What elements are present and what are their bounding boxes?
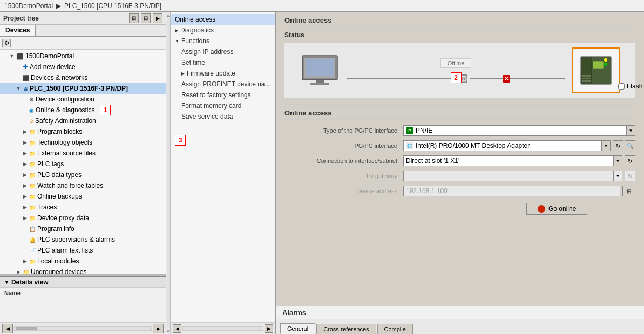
tech-objects-icon: 📁: [29, 140, 36, 146]
tree-item-tech-objects[interactable]: ▶ 📁 Technology objects: [0, 137, 166, 148]
pgpc-interface-icons: ↻ 🔍: [613, 140, 635, 151]
tree-toolbar-btn[interactable]: ⚙: [2, 39, 11, 47]
svg-rect-7: [464, 78, 465, 80]
online-access-label: Online access: [175, 16, 215, 23]
tree-item-traces[interactable]: ▶ 📁 Traces: [0, 202, 166, 213]
middle-scroll-right[interactable]: ▶: [265, 324, 273, 333]
tree-item-online-backups[interactable]: ▶ 📁 Online backups: [0, 191, 166, 202]
gateway-refresh-btn[interactable]: ↻: [625, 171, 635, 181]
tree-item-local-modules[interactable]: ▶ 📁 Local modules: [0, 256, 166, 267]
traces-icon: 📁: [29, 205, 36, 210]
menu-item-assign-profinet[interactable]: Assign PROFINET device na...: [171, 79, 275, 90]
svg-rect-10: [593, 61, 604, 69]
local-modules-label: Local modules: [37, 257, 79, 265]
tree-item-plc-tags[interactable]: ▶ 📁 PLC tags: [0, 159, 166, 169]
menu-item-reset-factory[interactable]: Reset to factory settings: [171, 90, 275, 100]
svg-rect-14: [582, 78, 591, 79]
pgpc-interface-refresh-btn[interactable]: ↻: [613, 140, 623, 151]
menu-item-diagnostics[interactable]: ▶ Diagnostics: [171, 25, 275, 36]
device-address-btn[interactable]: ⊞: [622, 186, 635, 196]
pgpc-type-label: Type of the PG/PC interface:: [284, 127, 403, 134]
tree-item-safety[interactable]: ⊙ Safety Administration: [0, 115, 166, 126]
ext-sources-icon: 📁: [29, 151, 36, 156]
project-path: 1500DemoPortal: [4, 2, 53, 10]
gateway-select[interactable]: [403, 171, 614, 181]
tree-item-watch-force[interactable]: ▶ 📁 Watch and force tables: [0, 180, 166, 191]
connection-area: Offline ✕: [347, 58, 565, 83]
tree-item-ungrouped[interactable]: ▶ 📁 Ungrouped devices: [0, 267, 166, 274]
middle-scroll-left[interactable]: ◀: [173, 324, 181, 333]
gateway-label: 1st gateway:: [284, 173, 403, 179]
tree-item-ext-sources[interactable]: ▶ 📁 External source files: [0, 148, 166, 159]
tree-item-devices-networks[interactable]: ⬛ Devices & networks: [0, 72, 166, 83]
plc-visual: Flash LED: [572, 47, 620, 93]
tab-cross-references[interactable]: Cross-references: [316, 324, 376, 334]
project-tree-content: ▼ ⬛ 1500DemoPortal ✚ Add new device ⬛ De…: [0, 50, 166, 274]
details-collapse-icon[interactable]: ▼: [4, 280, 9, 285]
online-backups-icon: 📁: [29, 194, 36, 200]
device-address-input[interactable]: 192.168.1.100: [403, 186, 620, 196]
middle-scroll-track[interactable]: [182, 326, 263, 331]
tree-item-program-info[interactable]: 📋 Program info: [0, 223, 166, 234]
gateway-arrow[interactable]: ▼: [614, 171, 622, 181]
conn-line-mid: [470, 78, 503, 79]
menu-item-functions[interactable]: ▼ Functions: [171, 36, 275, 46]
left-scrollbar[interactable]: ▲ ▼: [166, 12, 171, 334]
device-address-label: Device address:: [284, 188, 403, 194]
pgpc-interface-search-btn[interactable]: 🔍: [625, 140, 635, 151]
gateway-select-wrapper: ▼ ↻: [403, 171, 635, 181]
go-online-button[interactable]: Go online: [526, 203, 587, 215]
plc-alarm-texts-label: PLC alarm text lists: [37, 247, 93, 254]
menu-item-assign-ip[interactable]: Assign IP address: [171, 46, 275, 57]
connection-value: Direct at slot '1 X1': [406, 157, 459, 165]
details-view-body: Name: [0, 288, 166, 298]
flash-led-checkbox[interactable]: [618, 83, 625, 90]
conn-line-left: [347, 78, 457, 79]
tree-item-root[interactable]: ▼ ⬛ 1500DemoPortal: [0, 51, 166, 62]
menu-item-format-memory[interactable]: Format memory card: [171, 100, 275, 111]
connection-refresh-btn[interactable]: ↻: [625, 155, 635, 166]
tab-compile[interactable]: Compile: [377, 324, 413, 334]
right-panel: Online access Status: [276, 12, 644, 334]
device-config-icon: ⚙: [29, 97, 34, 103]
menu-item-online-access[interactable]: Online access: [171, 14, 275, 25]
pgpc-interface-arrow[interactable]: ▼: [602, 140, 611, 151]
form-row-connection: Connection to interface/subnet: Direct a…: [284, 154, 635, 167]
pgpc-type-select[interactable]: P PN/IE: [403, 125, 627, 136]
tree-collapse-btn[interactable]: ▶: [153, 13, 162, 23]
tree-item-plc-data-types[interactable]: ▶ 📁 PLC data types: [0, 169, 166, 180]
pgpc-interface-select[interactable]: 🌐 Intel(R) PRO/1000 MT Desktop Adapter: [403, 140, 602, 151]
menu-item-firmware-update[interactable]: ▶ Firmware update: [171, 68, 275, 79]
offline-badge: Offline: [440, 58, 472, 68]
connection-icons: ↻: [625, 155, 635, 166]
nav-btn-left[interactable]: ◀: [2, 324, 13, 333]
pgpc-type-arrow[interactable]: ▼: [627, 125, 635, 136]
nav-scrollbar[interactable]: [14, 326, 152, 331]
tree-item-plc1500[interactable]: ▼ 🖥 PLC_1500 [CPU 1516F-3 PN/DP]: [0, 83, 166, 94]
left-panel-nav: ◀ ▶: [0, 322, 166, 334]
tree-item-add-device[interactable]: ✚ Add new device: [0, 62, 166, 72]
tree-item-program-blocks[interactable]: ▶ 📁 Program blocks: [0, 126, 166, 137]
tree-item-device-config[interactable]: ⚙ Device configuration: [0, 94, 166, 105]
tree-item-device-proxy[interactable]: ▶ 📁 Device proxy data: [0, 213, 166, 223]
program-info-icon: 📋: [29, 226, 36, 232]
computer-visual: [300, 53, 340, 88]
tree-icon-btn-2[interactable]: ⊟: [141, 13, 151, 23]
functions-expand-icon: ▼: [175, 39, 179, 44]
details-name-label: Name: [4, 290, 21, 296]
devices-tab[interactable]: Devices: [0, 25, 36, 36]
tree-item-plc-alarm-texts[interactable]: 📄 PLC alarm text lists: [0, 245, 166, 256]
root-expand-icon: ▼: [9, 53, 15, 59]
connection-select[interactable]: Direct at slot '1 X1': [403, 155, 614, 166]
menu-item-save-service[interactable]: Save service data: [171, 111, 275, 122]
device-config-label: Device configuration: [36, 96, 94, 103]
tree-icon-btn-1[interactable]: ⊞: [129, 13, 139, 23]
plc-alarm-texts-icon: 📄: [29, 248, 36, 254]
connection-arrow[interactable]: ▼: [614, 155, 622, 166]
nav-btn-right[interactable]: ▶: [153, 324, 164, 333]
tree-item-online-diag[interactable]: ◉ Online & diagnostics 1: [0, 105, 166, 115]
tree-item-plc-supervisions[interactable]: 🔔 PLC supervisions & alarms: [0, 234, 166, 245]
form-row-pgpc-interface: PG/PC interface: 🌐 Intel(R) PRO/1000 MT …: [284, 139, 635, 152]
tab-general[interactable]: General: [280, 323, 315, 334]
menu-item-set-time[interactable]: Set time: [171, 57, 275, 68]
